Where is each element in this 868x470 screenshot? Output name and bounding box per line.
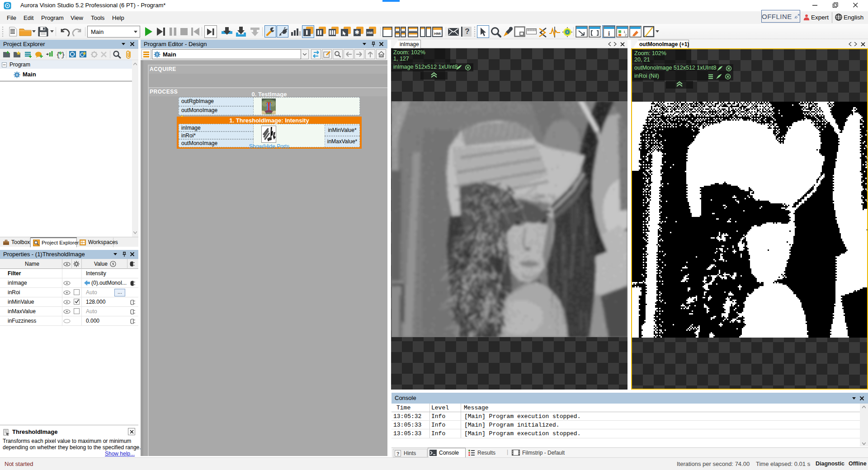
svg-text:{: { — [56, 52, 60, 59]
svg-text:}: } — [61, 52, 65, 59]
